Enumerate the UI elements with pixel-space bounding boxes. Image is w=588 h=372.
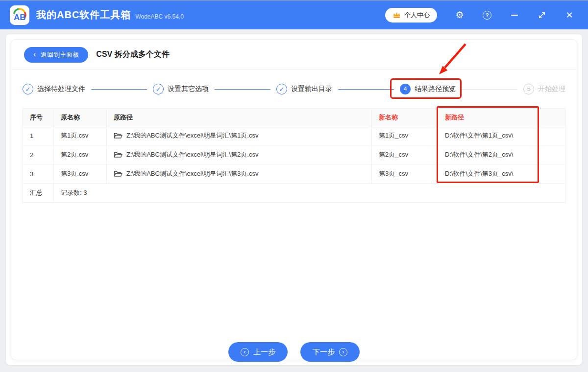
content-panel: ‹ 返回到主面板 CSV 拆分成多个文件 ✓ 选择待处理文件 ✓ 设置其它选项 … (11, 39, 577, 360)
user-center-label: 个人中心 (404, 11, 430, 20)
next-step-label: 下一步 (313, 348, 335, 357)
orig-path-text: Z:\我的ABC测试文件\excel\明星词汇\第1页.csv (126, 131, 258, 140)
back-button-label: 返回到主面板 (41, 50, 79, 59)
folder-icon (114, 151, 122, 159)
cell-new-path: D:\软件\文件\第1页_csv\ (438, 126, 565, 145)
panel-header: ‹ 返回到主面板 CSV 拆分成多个文件 (11, 40, 577, 70)
cell-new-name: 第2页_csv (372, 145, 438, 164)
cell-new-path: D:\软件\文件\第3页_csv\ (438, 164, 565, 184)
chevron-left-icon: ‹ (33, 50, 36, 58)
result-preview-table: 序号 原名称 原路径 新名称 新路径 1 第1页.csv (23, 108, 565, 203)
cell-orig-path: Z:\我的ABC测试文件\excel\明星词汇\第2页.csv (107, 145, 372, 164)
cell-orig-name: 第2页.csv (54, 145, 107, 164)
crown-icon (392, 11, 401, 19)
footer-buttons: ‹ 上一步 下一步 › (11, 342, 577, 362)
titlebar: AB 我的ABC软件工具箱 WodeABC v6.54.0 个人中心 ⚙ ? ✕ (0, 0, 588, 29)
minimize-icon (511, 15, 518, 16)
logo-text: AB (14, 13, 26, 22)
result-table-wrap: 序号 原名称 原路径 新名称 新路径 1 第1页.csv (23, 108, 565, 203)
app-logo-icon: AB (10, 5, 29, 25)
app-version: WodeABC v6.54.0 (135, 13, 184, 20)
step-connector (215, 89, 270, 90)
cell-index: 3 (23, 164, 54, 184)
col-index: 序号 (23, 109, 54, 126)
col-new-path: 新路径 (438, 109, 565, 126)
close-button[interactable]: ✕ (556, 5, 583, 25)
user-center-button[interactable]: 个人中心 (385, 8, 437, 23)
cell-orig-path: Z:\我的ABC测试文件\excel\明星词汇\第3页.csv (107, 164, 372, 184)
cell-new-name: 第1页_csv (372, 126, 438, 145)
step-label: 结果路径预览 (415, 85, 456, 93)
step-other-options: ✓ 设置其它选项 (153, 84, 209, 94)
help-icon: ? (483, 11, 491, 20)
cell-new-name: 第3页_csv (372, 164, 438, 184)
step-connector (338, 89, 394, 90)
app-title: 我的ABC软件工具箱 (36, 8, 131, 22)
step-connector (91, 89, 147, 90)
step-label: 选择待处理文件 (37, 85, 85, 93)
check-icon: ✓ (276, 84, 287, 94)
col-new-name: 新名称 (372, 109, 438, 126)
stepper: ✓ 选择待处理文件 ✓ 设置其它选项 ✓ 设置输出目录 4 结果路径预览 5 开… (11, 70, 577, 94)
back-to-dashboard-button[interactable]: ‹ 返回到主面板 (24, 47, 88, 63)
check-icon: ✓ (153, 84, 164, 94)
circle-chevron-right-icon: › (339, 348, 347, 356)
minimize-button[interactable] (501, 5, 528, 25)
gear-icon: ⚙ (455, 10, 464, 20)
step-result-preview: 4 结果路径预览 (400, 84, 456, 94)
summary-label: 汇总 (23, 184, 54, 203)
cell-orig-path: Z:\我的ABC测试文件\excel\明星词汇\第1页.csv (107, 126, 372, 145)
step-start-process: 5 开始处理 (523, 84, 565, 94)
cell-orig-name: 第3页.csv (54, 164, 107, 184)
cell-index: 2 (23, 145, 54, 164)
step-label: 设置其它选项 (168, 85, 209, 93)
cell-orig-name: 第1页.csv (54, 126, 107, 145)
table-header-row: 序号 原名称 原路径 新名称 新路径 (23, 109, 565, 126)
table-row: 1 第1页.csv Z:\我的ABC测试文件\excel\明星词汇\第1页.cs… (23, 126, 565, 145)
step-number: 5 (523, 84, 534, 94)
resize-icon (538, 11, 546, 19)
cell-new-path: D:\软件\文件\第2页_csv\ (438, 145, 565, 164)
prev-step-label: 上一步 (253, 348, 275, 357)
orig-path-text: Z:\我的ABC测试文件\excel\明星词汇\第2页.csv (126, 150, 258, 159)
cell-index: 1 (23, 126, 54, 145)
step-number: 4 (400, 84, 411, 94)
step-label: 开始处理 (538, 85, 565, 93)
table-row: 3 第3页.csv Z:\我的ABC测试文件\excel\明星词汇\第3页.cs… (23, 164, 565, 184)
col-orig-name: 原名称 (54, 109, 107, 126)
help-button[interactable]: ? (473, 5, 501, 25)
summary-text: 记录数: 3 (54, 184, 565, 203)
main-card: ‹ 返回到主面板 CSV 拆分成多个文件 ✓ 选择待处理文件 ✓ 设置其它选项 … (6, 34, 582, 365)
page-title: CSV 拆分成多个文件 (96, 49, 169, 60)
check-icon: ✓ (23, 84, 33, 94)
step-select-files: ✓ 选择待处理文件 (23, 84, 85, 94)
table-row: 2 第2页.csv Z:\我的ABC测试文件\excel\明星词汇\第2页.cs… (23, 145, 565, 164)
col-orig-path: 原路径 (107, 109, 372, 126)
prev-step-button[interactable]: ‹ 上一步 (228, 342, 288, 362)
step-connector (462, 89, 517, 90)
resize-button[interactable] (528, 5, 556, 25)
folder-icon (114, 170, 122, 178)
folder-icon (114, 132, 122, 140)
close-icon: ✕ (565, 10, 573, 21)
circle-chevron-left-icon: ‹ (241, 348, 249, 356)
next-step-button[interactable]: 下一步 › (300, 342, 360, 362)
summary-row: 汇总 记录数: 3 (23, 184, 565, 203)
orig-path-text: Z:\我的ABC测试文件\excel\明星词汇\第3页.csv (126, 169, 258, 178)
step-output-dir: ✓ 设置输出目录 (276, 84, 332, 94)
settings-button[interactable]: ⚙ (446, 5, 473, 25)
step-label: 设置输出目录 (291, 85, 332, 93)
